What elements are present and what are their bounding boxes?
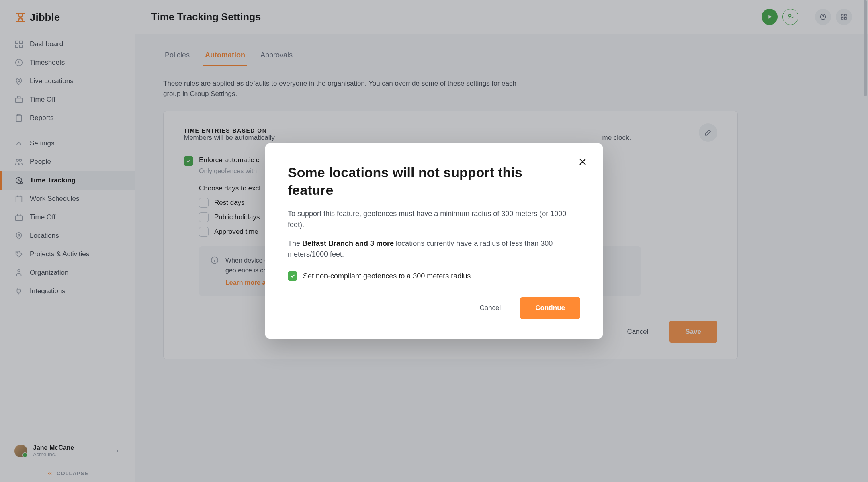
modal-cancel-button[interactable]: Cancel xyxy=(468,297,512,319)
modal-p2: The Belfast Branch and 3 more locations … xyxy=(288,238,577,260)
modal: Some locations will not support this fea… xyxy=(265,143,603,339)
set-radius-checkbox[interactable] xyxy=(288,271,297,281)
modal-p1: To support this feature, geofences must … xyxy=(288,208,577,230)
set-radius-label: Set non-compliant geofences to a 300 met… xyxy=(303,272,471,280)
modal-continue-button[interactable]: Continue xyxy=(520,297,580,319)
close-button[interactable] xyxy=(577,156,588,167)
check-icon xyxy=(290,273,295,279)
modal-overlay[interactable]: Some locations will not support this fea… xyxy=(0,0,868,482)
modal-title: Some locations will not support this fea… xyxy=(288,163,545,199)
